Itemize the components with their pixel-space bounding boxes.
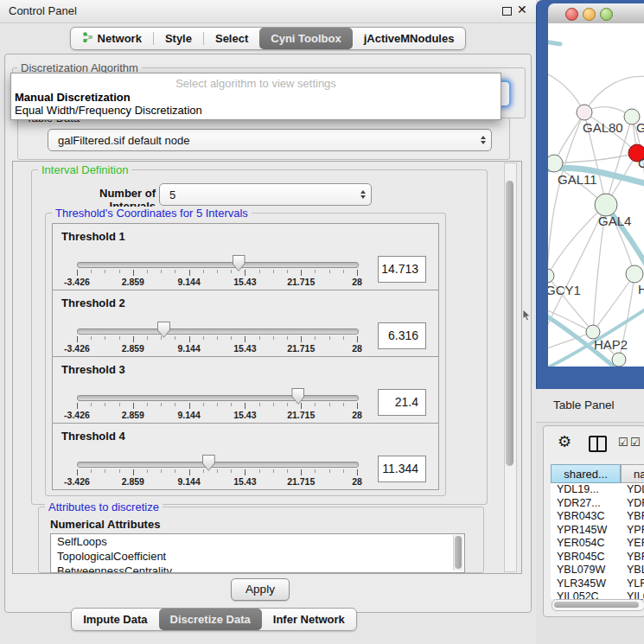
traffic-light-close-icon[interactable] <box>565 8 578 21</box>
table-row[interactable]: YPR145WYPR1 <box>551 524 644 538</box>
network-edge[interactable] <box>584 76 644 112</box>
network-node-h[interactable] <box>626 265 643 283</box>
bottom-tab-group: Impute DataDiscretize DataInfer Network <box>71 608 357 631</box>
threshold-value-field[interactable]: 14.713 <box>378 256 426 283</box>
columns-icon[interactable] <box>589 436 607 452</box>
tab-style[interactable]: Style <box>154 28 203 49</box>
network-window-titlebar[interactable] <box>548 3 644 24</box>
network-node-gal11[interactable] <box>548 155 563 172</box>
table-row[interactable]: YBR045CYBR0 <box>551 551 644 564</box>
cell-name: YER0 <box>621 537 644 551</box>
table-panel: ⚙ ☑ ☑ shared... na YDL19...YDL1YDR27...Y… <box>543 425 644 617</box>
tab-infer-network[interactable]: Infer Network <box>262 609 356 630</box>
gear-icon[interactable]: ⚙ <box>558 432 571 450</box>
threshold-slider-track[interactable] <box>77 262 359 268</box>
threshold-value-field[interactable]: 6.316 <box>378 322 426 349</box>
tab-network[interactable]: Network <box>71 28 153 49</box>
threshold-value-field[interactable]: 11.344 <box>378 456 426 482</box>
threshold-label: Threshold 3 <box>61 363 125 376</box>
threshold-panel: Threshold 1-3.4262.8599.14415.4321.71528… <box>52 223 439 290</box>
attributes-legend: Attributes to discretize <box>45 501 163 513</box>
network-canvas[interactable]: GAL80GCGAL11GAL4GCY1HHAP2 <box>548 23 644 367</box>
float-window-icon[interactable] <box>502 7 512 16</box>
checkbox-icon[interactable]: ☑ <box>618 436 628 449</box>
threshold-panel: Threshold 4-3.4262.8599.14415.4321.71528… <box>52 423 439 490</box>
apply-button[interactable]: Apply <box>231 578 290 601</box>
top-tab-row: NetworkStyleSelectCyni ToolboxjActiveMNo… <box>0 27 536 50</box>
network-node-label: H <box>638 282 644 296</box>
table-row[interactable]: YDR27...YDR2 <box>551 497 644 511</box>
table-row[interactable]: YLR345WYLR3 <box>551 577 644 591</box>
top-tab-group: NetworkStyleSelectCyni ToolboxjActiveMNo… <box>70 27 467 50</box>
numerical-attributes-list[interactable]: SelfLoopsTopologicalCoefficientBetweenne… <box>50 533 465 573</box>
attributes-list-scrollbar[interactable] <box>453 535 463 571</box>
network-node-label: G <box>636 120 644 135</box>
spinner-arrows-icon <box>355 190 371 199</box>
column-header-name[interactable]: na <box>621 464 644 483</box>
bottom-tab-row: Impute DataDiscretize DataInfer Network <box>0 608 428 631</box>
threshold-slider-track[interactable] <box>77 462 359 468</box>
cell-shared-name: YBR045C <box>551 551 621 564</box>
tab-jactivemnodules[interactable]: jActiveMNodules <box>353 28 466 49</box>
checkbox-icon[interactable]: ☑ <box>630 436 641 449</box>
network-node-label: HAP2 <box>594 337 628 352</box>
cell-shared-name: YER054C <box>551 537 621 551</box>
table-scrollbar-thumb[interactable] <box>554 602 639 608</box>
popup-item-equal-width-frequency[interactable]: Equal Width/Frequency Discretization <box>15 104 202 117</box>
network-node-label: GAL80 <box>583 120 623 135</box>
control-panel-titlebar: Control Panel ✕ <box>0 0 536 23</box>
popup-item-manual-discretization[interactable]: Manual Discretization <box>15 91 131 104</box>
cell-shared-name: YBR043C <box>551 510 621 524</box>
tab-select[interactable]: Select <box>204 28 259 49</box>
network-edge-highlighted[interactable] <box>548 41 560 44</box>
threshold-panel: Threshold 2-3.4262.8599.14415.4321.71528… <box>52 290 439 357</box>
network-node-node[interactable] <box>612 353 626 367</box>
application-window: Control Panel ✕ NetworkStyleSelectCyni T… <box>0 0 644 644</box>
settings-scrollbar[interactable] <box>504 163 517 572</box>
right-side: GAL80GCGAL11GAL4GCY1HHAP2 Table Panel ⚙ … <box>536 0 644 644</box>
interval-definition-legend: Interval Definition <box>38 163 131 176</box>
network-view-window[interactable]: GAL80GCGAL11GAL4GCY1HHAP2 <box>536 0 644 389</box>
tab-label: Select <box>215 32 248 45</box>
control-panel: Control Panel ✕ NetworkStyleSelectCyni T… <box>0 0 536 644</box>
threshold-label: Threshold 1 <box>61 230 125 243</box>
threshold-value-field[interactable]: 21.4 <box>378 389 426 416</box>
tab-discretize-data[interactable]: Discretize Data <box>159 609 262 630</box>
combo-arrows-icon <box>475 136 491 144</box>
table-horizontal-scrollbar[interactable] <box>552 599 644 611</box>
cell-name: YBL0 <box>621 564 644 577</box>
attribute-item-selfloops[interactable]: SelfLoops <box>51 534 464 549</box>
threshold-slider-track[interactable] <box>77 328 359 335</box>
attribute-item-betweennesscentrality[interactable]: BetweennessCentrality <box>51 564 464 573</box>
traffic-light-zoom-icon[interactable] <box>600 8 613 21</box>
table-panel-title: Table Panel <box>553 399 615 411</box>
tab-label: Cyni Toolbox <box>271 32 341 45</box>
cell-shared-name: YPR145W <box>551 524 621 538</box>
tab-label: Infer Network <box>273 613 345 626</box>
number-of-intervals-spinner[interactable]: 5 <box>159 183 372 206</box>
cell-name: YDL1 <box>621 483 644 497</box>
settings-scrollbar-thumb[interactable] <box>506 181 513 466</box>
cell-shared-name: YDL19... <box>551 483 621 497</box>
slider-ticks <box>77 336 357 343</box>
network-node-gal80[interactable] <box>577 105 592 120</box>
table-row[interactable]: YER054CYER0 <box>551 537 644 551</box>
threshold-slider-track[interactable] <box>77 395 359 401</box>
network-edge[interactable] <box>548 112 584 276</box>
table-row[interactable]: YDL19...YDL1 <box>551 483 644 497</box>
tab-cyni-toolbox[interactable]: Cyni Toolbox <box>259 28 352 49</box>
table-row[interactable]: YBR043CYBR0 <box>551 510 644 524</box>
network-edge[interactable] <box>548 205 606 335</box>
cell-name: YLR3 <box>621 577 644 591</box>
close-icon[interactable]: ✕ <box>517 3 527 16</box>
tab-impute-data[interactable]: Impute Data <box>72 609 158 630</box>
column-header-shared-name[interactable]: shared... <box>551 464 621 483</box>
attribute-item-topologicalcoefficient[interactable]: TopologicalCoefficient <box>51 549 464 564</box>
threshold-panel: Threshold 3-3.4262.8599.14415.4321.71528… <box>52 356 439 424</box>
table-row[interactable]: YBL079WYBL0 <box>551 564 644 577</box>
network-node-gcy1[interactable] <box>548 269 554 283</box>
network-edge[interactable] <box>593 274 634 332</box>
tab-label: Network <box>98 32 142 45</box>
traffic-light-minimize-icon[interactable] <box>583 8 596 21</box>
table-data-combobox[interactable]: galFiltered.sif default node <box>48 129 492 151</box>
